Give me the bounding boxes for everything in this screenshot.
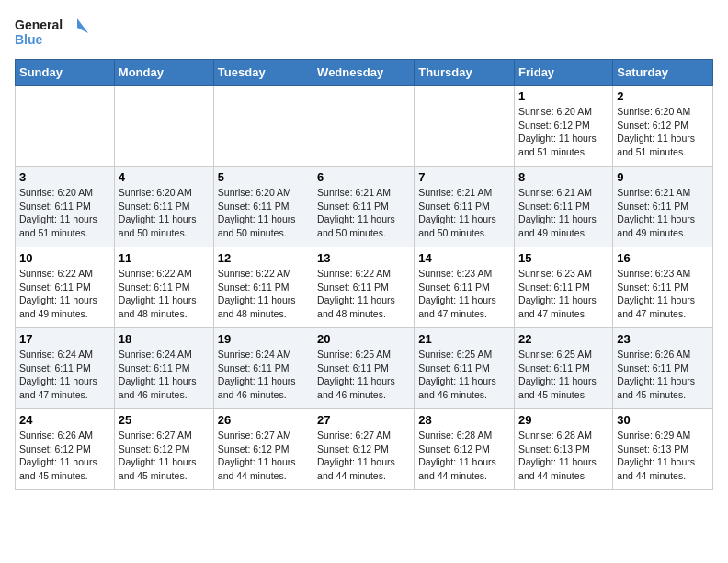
day-info: Sunrise: 6:23 AMSunset: 6:11 PMDaylight:… xyxy=(418,267,510,321)
day-cell-3: 3Sunrise: 6:20 AMSunset: 6:11 PMDaylight… xyxy=(16,167,115,247)
week-row: 10Sunrise: 6:22 AMSunset: 6:11 PMDayligh… xyxy=(16,247,713,328)
day-cell-21: 21Sunrise: 6:25 AMSunset: 6:11 PMDayligh… xyxy=(415,328,515,409)
day-cell-13: 13Sunrise: 6:22 AMSunset: 6:11 PMDayligh… xyxy=(313,247,415,328)
empty-cell xyxy=(114,86,213,167)
day-cell-9: 9Sunrise: 6:21 AMSunset: 6:11 PMDaylight… xyxy=(613,167,713,247)
empty-cell xyxy=(313,86,415,167)
day-cell-6: 6Sunrise: 6:21 AMSunset: 6:11 PMDaylight… xyxy=(313,167,415,247)
day-number: 11 xyxy=(119,251,210,265)
day-cell-20: 20Sunrise: 6:25 AMSunset: 6:11 PMDayligh… xyxy=(313,328,415,409)
empty-cell xyxy=(16,86,115,167)
day-number: 26 xyxy=(218,413,309,427)
day-cell-19: 19Sunrise: 6:24 AMSunset: 6:11 PMDayligh… xyxy=(213,328,313,409)
day-number: 25 xyxy=(119,413,210,427)
day-number: 17 xyxy=(19,332,110,346)
day-number: 2 xyxy=(617,89,709,103)
page-header: General Blue xyxy=(15,15,713,52)
week-row: 1Sunrise: 6:20 AMSunset: 6:12 PMDaylight… xyxy=(16,86,713,167)
header-cell-sunday: Sunday xyxy=(16,60,115,86)
day-info: Sunrise: 6:20 AMSunset: 6:11 PMDaylight:… xyxy=(218,186,309,240)
day-cell-4: 4Sunrise: 6:20 AMSunset: 6:11 PMDaylight… xyxy=(114,167,213,247)
day-cell-12: 12Sunrise: 6:22 AMSunset: 6:11 PMDayligh… xyxy=(213,247,313,328)
day-cell-30: 30Sunrise: 6:29 AMSunset: 6:13 PMDayligh… xyxy=(613,409,713,490)
day-number: 20 xyxy=(317,332,410,346)
day-number: 18 xyxy=(119,332,210,346)
day-info: Sunrise: 6:21 AMSunset: 6:11 PMDaylight:… xyxy=(317,186,410,240)
logo-svg: General Blue xyxy=(15,15,88,52)
day-info: Sunrise: 6:20 AMSunset: 6:12 PMDaylight:… xyxy=(617,105,709,159)
day-number: 28 xyxy=(418,413,510,427)
day-info: Sunrise: 6:26 AMSunset: 6:12 PMDaylight:… xyxy=(19,429,110,483)
day-info: Sunrise: 6:21 AMSunset: 6:11 PMDaylight:… xyxy=(617,186,709,240)
day-info: Sunrise: 6:23 AMSunset: 6:11 PMDaylight:… xyxy=(518,267,609,321)
day-number: 7 xyxy=(418,170,510,184)
calendar-table: SundayMondayTuesdayWednesdayThursdayFrid… xyxy=(15,59,713,490)
svg-text:Blue: Blue xyxy=(15,32,43,47)
day-cell-28: 28Sunrise: 6:28 AMSunset: 6:12 PMDayligh… xyxy=(415,409,515,490)
day-number: 14 xyxy=(418,251,510,265)
day-cell-24: 24Sunrise: 6:26 AMSunset: 6:12 PMDayligh… xyxy=(16,409,115,490)
header-cell-monday: Monday xyxy=(114,60,213,86)
day-info: Sunrise: 6:20 AMSunset: 6:11 PMDaylight:… xyxy=(19,186,110,240)
day-info: Sunrise: 6:27 AMSunset: 6:12 PMDaylight:… xyxy=(218,429,309,483)
day-cell-16: 16Sunrise: 6:23 AMSunset: 6:11 PMDayligh… xyxy=(613,247,713,328)
header-cell-friday: Friday xyxy=(515,60,613,86)
day-info: Sunrise: 6:27 AMSunset: 6:12 PMDaylight:… xyxy=(119,429,210,483)
day-number: 5 xyxy=(218,170,309,184)
day-cell-29: 29Sunrise: 6:28 AMSunset: 6:13 PMDayligh… xyxy=(515,409,613,490)
day-info: Sunrise: 6:24 AMSunset: 6:11 PMDaylight:… xyxy=(19,348,110,402)
day-number: 29 xyxy=(518,413,609,427)
day-cell-25: 25Sunrise: 6:27 AMSunset: 6:12 PMDayligh… xyxy=(114,409,213,490)
day-cell-17: 17Sunrise: 6:24 AMSunset: 6:11 PMDayligh… xyxy=(16,328,115,409)
header-cell-wednesday: Wednesday xyxy=(313,60,415,86)
day-number: 10 xyxy=(19,251,110,265)
day-info: Sunrise: 6:24 AMSunset: 6:11 PMDaylight:… xyxy=(218,348,309,402)
day-info: Sunrise: 6:28 AMSunset: 6:12 PMDaylight:… xyxy=(418,429,510,483)
day-cell-5: 5Sunrise: 6:20 AMSunset: 6:11 PMDaylight… xyxy=(213,167,313,247)
day-number: 22 xyxy=(518,332,609,346)
day-info: Sunrise: 6:21 AMSunset: 6:11 PMDaylight:… xyxy=(418,186,510,240)
day-cell-2: 2Sunrise: 6:20 AMSunset: 6:12 PMDaylight… xyxy=(613,86,713,167)
day-cell-7: 7Sunrise: 6:21 AMSunset: 6:11 PMDaylight… xyxy=(415,167,515,247)
logo: General Blue xyxy=(15,15,88,52)
calendar-body: 1Sunrise: 6:20 AMSunset: 6:12 PMDaylight… xyxy=(16,86,713,490)
day-info: Sunrise: 6:25 AMSunset: 6:11 PMDaylight:… xyxy=(518,348,609,402)
day-cell-14: 14Sunrise: 6:23 AMSunset: 6:11 PMDayligh… xyxy=(415,247,515,328)
day-cell-15: 15Sunrise: 6:23 AMSunset: 6:11 PMDayligh… xyxy=(515,247,613,328)
day-number: 15 xyxy=(518,251,609,265)
day-cell-23: 23Sunrise: 6:26 AMSunset: 6:11 PMDayligh… xyxy=(613,328,713,409)
header-cell-saturday: Saturday xyxy=(613,60,713,86)
day-number: 30 xyxy=(617,413,709,427)
empty-cell xyxy=(415,86,515,167)
day-cell-26: 26Sunrise: 6:27 AMSunset: 6:12 PMDayligh… xyxy=(213,409,313,490)
day-info: Sunrise: 6:29 AMSunset: 6:13 PMDaylight:… xyxy=(617,429,709,483)
day-info: Sunrise: 6:26 AMSunset: 6:11 PMDaylight:… xyxy=(617,348,709,402)
day-info: Sunrise: 6:21 AMSunset: 6:11 PMDaylight:… xyxy=(518,186,609,240)
day-info: Sunrise: 6:22 AMSunset: 6:11 PMDaylight:… xyxy=(218,267,309,321)
day-info: Sunrise: 6:22 AMSunset: 6:11 PMDaylight:… xyxy=(317,267,410,321)
day-cell-10: 10Sunrise: 6:22 AMSunset: 6:11 PMDayligh… xyxy=(16,247,115,328)
header-cell-tuesday: Tuesday xyxy=(213,60,313,86)
header-cell-thursday: Thursday xyxy=(415,60,515,86)
day-cell-22: 22Sunrise: 6:25 AMSunset: 6:11 PMDayligh… xyxy=(515,328,613,409)
day-cell-27: 27Sunrise: 6:27 AMSunset: 6:12 PMDayligh… xyxy=(313,409,415,490)
svg-text:General: General xyxy=(15,17,63,32)
day-number: 9 xyxy=(617,170,709,184)
day-info: Sunrise: 6:20 AMSunset: 6:11 PMDaylight:… xyxy=(119,186,210,240)
day-number: 27 xyxy=(317,413,410,427)
day-info: Sunrise: 6:22 AMSunset: 6:11 PMDaylight:… xyxy=(19,267,110,321)
day-number: 4 xyxy=(119,170,210,184)
day-number: 6 xyxy=(317,170,410,184)
day-info: Sunrise: 6:25 AMSunset: 6:11 PMDaylight:… xyxy=(317,348,410,402)
day-info: Sunrise: 6:22 AMSunset: 6:11 PMDaylight:… xyxy=(119,267,210,321)
day-info: Sunrise: 6:25 AMSunset: 6:11 PMDaylight:… xyxy=(418,348,510,402)
day-cell-8: 8Sunrise: 6:21 AMSunset: 6:11 PMDaylight… xyxy=(515,167,613,247)
header-row: SundayMondayTuesdayWednesdayThursdayFrid… xyxy=(16,60,713,86)
day-info: Sunrise: 6:20 AMSunset: 6:12 PMDaylight:… xyxy=(518,105,609,159)
day-number: 24 xyxy=(19,413,110,427)
day-info: Sunrise: 6:27 AMSunset: 6:12 PMDaylight:… xyxy=(317,429,410,483)
day-cell-18: 18Sunrise: 6:24 AMSunset: 6:11 PMDayligh… xyxy=(114,328,213,409)
day-number: 23 xyxy=(617,332,709,346)
day-number: 1 xyxy=(518,89,609,103)
empty-cell xyxy=(213,86,313,167)
